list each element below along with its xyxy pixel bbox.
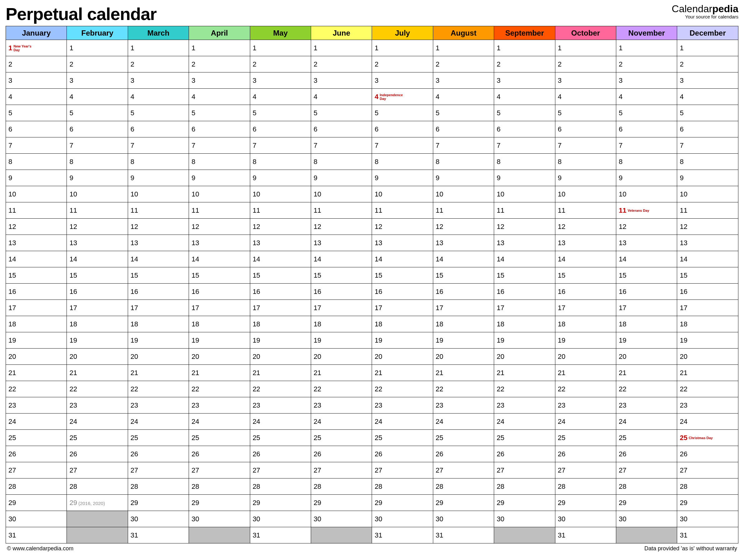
day-cell: 6: [433, 121, 494, 138]
day-number: 8: [374, 158, 378, 166]
day-number: 5: [69, 109, 73, 117]
day-cell: 4: [555, 89, 616, 105]
day-cell: 3: [555, 72, 616, 89]
day-cell: 2: [555, 56, 616, 72]
day-number: 17: [374, 304, 382, 312]
day-number: 20: [558, 352, 565, 361]
day-row: 181818181818181818181818: [6, 316, 738, 332]
day-cell: 17: [616, 300, 677, 316]
day-cell: 21: [433, 365, 494, 381]
day-cell: 5: [67, 105, 128, 121]
day-number: 13: [8, 239, 16, 247]
day-number: 4: [558, 93, 562, 101]
day-cell: 8: [128, 154, 189, 170]
day-row: 232323232323232323232323: [6, 397, 738, 413]
day-number: 2: [619, 60, 623, 68]
day-number: 21: [253, 369, 260, 377]
day-number: 30: [374, 515, 382, 523]
day-cell: 9: [67, 170, 128, 186]
day-cell: 21: [67, 365, 128, 381]
day-cell: 1New Year's Day: [6, 40, 67, 56]
day-row: 141414141414141414141414: [6, 251, 738, 267]
day-cell: 1: [677, 40, 738, 56]
day-number: 24: [191, 418, 199, 426]
day-cell: 24: [372, 413, 433, 430]
day-cell: 11Veterans Day: [616, 202, 677, 219]
day-number: 23: [497, 401, 504, 409]
day-number: 6: [436, 125, 440, 134]
day-cell: 18: [189, 316, 250, 332]
day-number: 22: [497, 385, 504, 393]
day-number: 14: [680, 255, 687, 263]
day-number: 14: [374, 255, 382, 263]
day-number: 12: [558, 223, 565, 231]
day-cell: 5: [433, 105, 494, 121]
day-cell: 6: [494, 121, 555, 138]
day-cell: 24: [311, 413, 372, 430]
day-cell: 11: [128, 202, 189, 219]
day-number: 13: [374, 239, 382, 247]
day-cell: 8: [250, 154, 311, 170]
day-cell: 22: [311, 381, 372, 397]
day-number: 16: [680, 288, 687, 296]
day-number: 12: [680, 223, 687, 231]
day-number: 14: [619, 255, 626, 263]
day-number: 8: [8, 158, 12, 166]
day-number: 4: [497, 93, 500, 101]
day-cell: 22: [616, 381, 677, 397]
day-number: 26: [619, 450, 626, 458]
day-number: 10: [191, 190, 199, 198]
day-number: 21: [8, 369, 16, 377]
month-header: November: [616, 26, 677, 40]
day-number: 13: [680, 239, 687, 247]
day-cell: 23: [677, 397, 738, 413]
day-number: 26: [69, 450, 77, 458]
day-number: 9: [253, 174, 256, 182]
day-number: 26: [680, 450, 687, 458]
day-number: 23: [313, 401, 321, 409]
day-cell: 25: [311, 430, 372, 446]
day-number: 30: [191, 515, 199, 523]
day-cell: 23: [616, 397, 677, 413]
day-number: 29: [313, 499, 321, 507]
day-cell: 7: [311, 138, 372, 154]
day-cell: 26: [677, 446, 738, 462]
day-number: 29: [558, 499, 565, 507]
day-number: 14: [191, 255, 199, 263]
day-cell: 21: [250, 365, 311, 381]
day-number: 22: [191, 385, 199, 393]
day-cell: 4: [250, 89, 311, 105]
day-cell: 6: [6, 121, 67, 138]
day-number: 29: [497, 499, 504, 507]
day-cell: 29: [433, 495, 494, 511]
day-number: 26: [253, 450, 260, 458]
day-cell: 25: [494, 430, 555, 446]
day-number: 24: [680, 418, 687, 426]
day-cell: 6: [616, 121, 677, 138]
day-number: 11: [131, 207, 138, 215]
day-number: 17: [8, 304, 16, 312]
day-number: 24: [69, 418, 77, 426]
day-cell: 26: [494, 446, 555, 462]
day-number: 11: [191, 207, 199, 215]
day-number: 16: [558, 288, 565, 296]
day-cell: 9: [494, 170, 555, 186]
day-number: 4: [619, 93, 623, 101]
day-number: 25: [680, 434, 687, 442]
day-number: 3: [191, 77, 195, 85]
blank-cell: [311, 527, 372, 544]
day-cell: 23: [555, 397, 616, 413]
day-number: 3: [497, 77, 500, 85]
day-number: 28: [69, 483, 77, 491]
blank-cell: [616, 527, 677, 544]
day-cell: 1: [311, 40, 372, 56]
day-cell: 10: [616, 186, 677, 202]
day-cell: 25: [433, 430, 494, 446]
day-cell: 10: [128, 186, 189, 202]
day-cell: 13: [677, 235, 738, 251]
day-number: 21: [558, 369, 565, 377]
day-row: 262626262626262626262626: [6, 446, 738, 462]
day-number: 23: [8, 401, 16, 409]
day-number: 24: [8, 418, 16, 426]
day-number: 13: [497, 239, 504, 247]
